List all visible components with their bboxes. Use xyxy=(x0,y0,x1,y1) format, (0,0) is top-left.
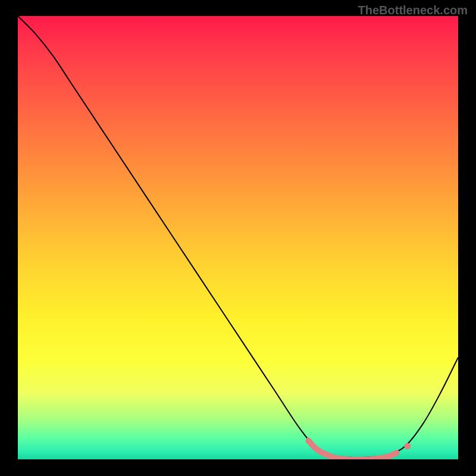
attribution-text: TheBottleneck.com xyxy=(358,4,468,17)
optimal-range-band xyxy=(308,441,396,459)
plot-frame: TheBottleneck.com xyxy=(0,0,476,476)
chart-svg xyxy=(18,16,458,459)
optimal-outlier-dot xyxy=(404,443,411,449)
bottleneck-curve xyxy=(18,16,458,458)
plot-area xyxy=(18,16,458,459)
